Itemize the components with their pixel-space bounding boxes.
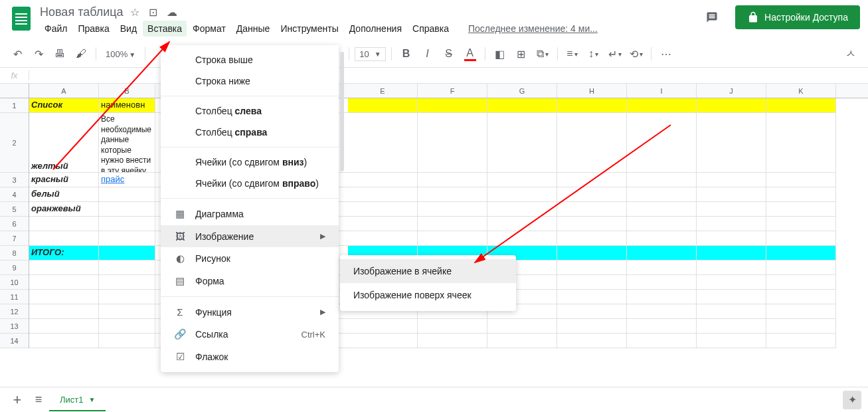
collapse-toolbar-button[interactable]: ㅅ xyxy=(841,45,860,63)
cell[interactable] xyxy=(487,231,557,246)
cell[interactable] xyxy=(487,319,557,334)
h-align-button[interactable]: ≡▾ xyxy=(563,45,582,63)
sm-image-over-cells[interactable]: Изображение поверх ячеек xyxy=(340,283,516,307)
undo-button[interactable]: ↶ xyxy=(8,45,27,63)
row-header[interactable]: 3 xyxy=(0,173,29,187)
cell[interactable] xyxy=(697,260,766,275)
document-title[interactable]: Новая таблица xyxy=(40,5,124,19)
cell[interactable] xyxy=(557,173,627,187)
cell[interactable] xyxy=(557,304,627,319)
dd-chart[interactable]: ▦Диаграмма xyxy=(161,203,339,225)
cell[interactable] xyxy=(557,275,627,290)
cell[interactable] xyxy=(557,202,627,217)
cell[interactable] xyxy=(766,319,836,334)
cell[interactable] xyxy=(29,319,99,334)
menu-help[interactable]: Справка xyxy=(408,21,454,37)
col-header-g[interactable]: G xyxy=(487,84,557,98)
cell-link[interactable]: прайс xyxy=(99,173,155,187)
cell[interactable] xyxy=(697,231,766,246)
cell[interactable] xyxy=(487,334,557,348)
sheets-logo[interactable] xyxy=(8,5,35,32)
add-sheet-button[interactable]: + xyxy=(7,389,28,411)
row-header[interactable]: 6 xyxy=(0,217,29,231)
cell[interactable] xyxy=(348,334,418,348)
dd-row-above[interactable]: Строка выше xyxy=(161,49,339,70)
row-header[interactable]: 10 xyxy=(0,275,29,290)
cell[interactable] xyxy=(348,231,418,246)
cell[interactable] xyxy=(348,187,418,202)
dd-cells-right[interactable]: Ячейки (со сдвигом вправо) xyxy=(161,173,339,194)
select-all-corner[interactable] xyxy=(0,84,29,98)
dropdown-scrollbar[interactable] xyxy=(340,52,344,171)
cell[interactable] xyxy=(697,319,766,334)
cell[interactable] xyxy=(29,231,99,246)
cell[interactable] xyxy=(627,231,697,246)
cell[interactable] xyxy=(29,275,99,290)
text-color-button[interactable]: A xyxy=(461,45,479,63)
cell[interactable] xyxy=(697,173,766,187)
cell[interactable] xyxy=(766,275,836,290)
cell[interactable] xyxy=(766,113,836,173)
cell[interactable] xyxy=(557,187,627,202)
merge-button[interactable]: ⧉▾ xyxy=(533,45,552,63)
cell[interactable] xyxy=(348,173,418,187)
cell[interactable] xyxy=(766,304,836,319)
cell[interactable]: красный xyxy=(29,173,99,187)
borders-button[interactable]: ⊞ xyxy=(512,45,531,63)
row-header[interactable]: 11 xyxy=(0,290,29,304)
sm-image-in-cell[interactable]: Изображение в ячейке xyxy=(340,259,516,283)
explore-button[interactable]: ✦ xyxy=(843,391,861,409)
dd-function[interactable]: ΣФункция▶ xyxy=(161,301,339,323)
cell[interactable] xyxy=(557,113,627,173)
cell[interactable] xyxy=(29,217,99,231)
cell[interactable] xyxy=(697,334,766,348)
cell[interactable] xyxy=(627,202,697,217)
dd-form[interactable]: ▤Форма xyxy=(161,270,339,292)
cell[interactable] xyxy=(697,202,766,217)
cell[interactable] xyxy=(557,260,627,275)
col-header-f[interactable]: F xyxy=(418,84,487,98)
last-edit-link[interactable]: Последнее изменение: 4 ми... xyxy=(468,23,598,34)
cell[interactable] xyxy=(29,334,99,348)
col-header-h[interactable]: H xyxy=(557,84,627,98)
print-button[interactable]: 🖶 xyxy=(50,45,69,63)
cell[interactable] xyxy=(487,217,557,231)
cell[interactable] xyxy=(487,98,557,113)
cell[interactable] xyxy=(627,217,697,231)
comments-button[interactable] xyxy=(701,6,723,29)
cell[interactable] xyxy=(557,246,627,260)
menu-edit[interactable]: Правка xyxy=(73,21,114,37)
menu-data[interactable]: Данные xyxy=(232,21,275,37)
cell[interactable] xyxy=(418,231,487,246)
dd-col-left[interactable]: Столбец слева xyxy=(161,100,339,122)
row-header[interactable]: 7 xyxy=(0,231,29,246)
cell[interactable] xyxy=(766,187,836,202)
row-header[interactable]: 12 xyxy=(0,304,29,319)
cell[interactable] xyxy=(766,334,836,348)
cell[interactable] xyxy=(348,217,418,231)
cell[interactable] xyxy=(627,275,697,290)
sheet-tab[interactable]: Лист1 ▼ xyxy=(49,388,106,411)
cell[interactable] xyxy=(418,202,487,217)
cell[interactable]: ИТОГО: xyxy=(29,246,99,260)
cell[interactable] xyxy=(99,334,155,348)
row-header[interactable]: 5 xyxy=(0,202,29,217)
cell[interactable] xyxy=(418,113,487,173)
cell[interactable] xyxy=(418,187,487,202)
menu-addons[interactable]: Дополнения xyxy=(345,21,406,37)
cell[interactable] xyxy=(557,217,627,231)
cell[interactable] xyxy=(766,260,836,275)
cell[interactable]: Все необходимые данные которые нужно вне… xyxy=(99,113,155,173)
cell[interactable] xyxy=(557,319,627,334)
cell[interactable] xyxy=(99,202,155,217)
cell[interactable] xyxy=(29,260,99,275)
cell[interactable] xyxy=(348,319,418,334)
all-sheets-button[interactable]: ≡ xyxy=(28,389,49,411)
col-header-b[interactable]: B xyxy=(99,84,155,98)
row-header[interactable]: 1 xyxy=(0,98,29,113)
cell[interactable] xyxy=(627,113,697,173)
cell[interactable] xyxy=(29,304,99,319)
dd-drawing[interactable]: ◐Рисунок xyxy=(161,247,339,270)
col-header-i[interactable]: I xyxy=(627,84,697,98)
cell[interactable] xyxy=(418,98,487,113)
